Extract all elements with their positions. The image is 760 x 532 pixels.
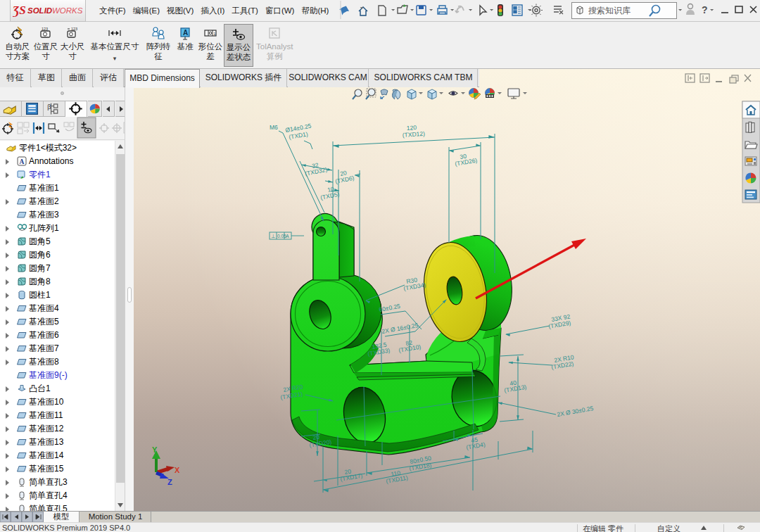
svg-text:⊥: ⊥ bbox=[271, 234, 275, 239]
svg-text:?: ? bbox=[702, 4, 708, 15]
svg-text:β: β bbox=[47, 103, 51, 110]
svg-text:Z: Z bbox=[167, 478, 172, 486]
svg-text:A: A bbox=[286, 234, 289, 239]
svg-text:Y: Y bbox=[152, 445, 158, 454]
svg-text:ƷS: ƷS bbox=[13, 4, 26, 17]
svg-text:X: X bbox=[175, 466, 180, 474]
svg-text:123: 123 bbox=[42, 27, 48, 31]
svg-text:123: 123 bbox=[71, 27, 77, 31]
svg-text:WORKS: WORKS bbox=[52, 6, 83, 15]
svg-text:M6: M6 bbox=[270, 124, 278, 131]
svg-text:SOLID: SOLID bbox=[27, 6, 52, 15]
svg-text:A: A bbox=[183, 29, 188, 37]
